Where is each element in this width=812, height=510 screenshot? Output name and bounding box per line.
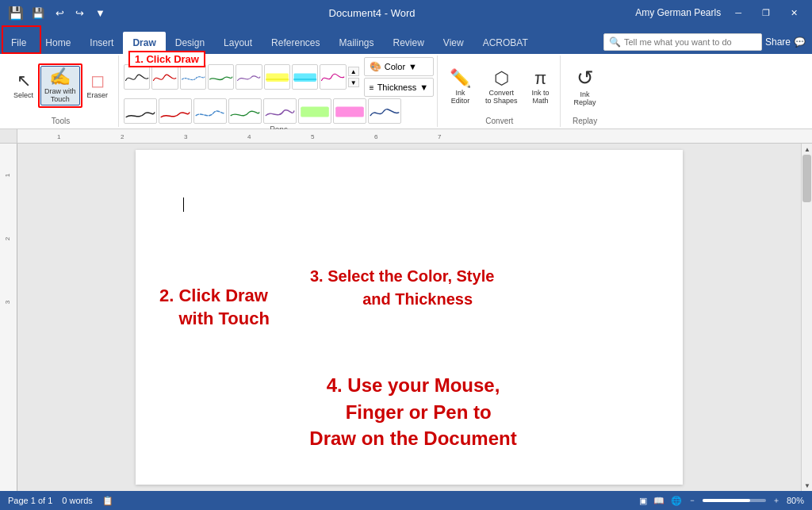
qat-undo[interactable]: ↩	[52, 6, 67, 21]
ink-replay-button[interactable]: ↺ InkReplay	[567, 63, 603, 109]
pen2-blue-dash[interactable]	[193, 98, 227, 124]
web-layout-btn[interactable]: 🌐	[671, 496, 682, 506]
status-right: ▣ 📖 🌐 － ＋ 80%	[639, 495, 804, 506]
zoom-out-btn[interactable]: －	[688, 495, 696, 506]
draw-touch-button[interactable]: ✍ Draw withTouch	[40, 66, 80, 105]
scrollbar-right: ▲ ▼	[801, 144, 812, 491]
read-mode-btn[interactable]: 📖	[653, 496, 665, 506]
vertical-ruler: 1 2 3	[0, 144, 17, 491]
eraser-button[interactable]: ◻ Eraser	[83, 70, 113, 102]
ink-math-button[interactable]: π Ink toMath	[527, 65, 555, 108]
tab-design[interactable]: Design	[166, 32, 214, 54]
ruler-container: 1 2 3 4 5 6 7	[0, 129, 812, 144]
horizontal-ruler: 1 2 3 4 5 6 7	[17, 129, 812, 144]
ink-editor-button[interactable]: ✏️ InkEditor	[444, 65, 477, 108]
highlighter-cyan[interactable]	[292, 64, 318, 90]
svg-rect-1	[294, 74, 316, 82]
search-box[interactable]: 🔍	[603, 33, 762, 51]
tools-group: ↖ Select ✍ Draw withTouch ◻ Eraser Tools	[3, 56, 119, 127]
pen-scroll-down[interactable]: ▼	[348, 78, 359, 87]
color-chevron: ▼	[408, 62, 417, 71]
replay-group: ↺ InkReplay Replay	[562, 56, 608, 127]
zoom-level: 80%	[787, 496, 804, 505]
corner-ruler	[0, 129, 17, 144]
tab-home[interactable]: Home	[36, 32, 80, 54]
pen-red-wavy[interactable]	[151, 64, 178, 90]
convert-group-label: Convert	[444, 115, 555, 125]
tab-acrobat[interactable]: ACROBAT	[473, 32, 538, 54]
pen2-highlighter-green[interactable]	[298, 98, 331, 124]
pen2-black[interactable]	[124, 98, 157, 124]
title-bar-left: 💾 💾 ↩ ↪ ▼	[8, 6, 109, 21]
zoom-slider[interactable]	[703, 499, 766, 502]
search-input[interactable]	[624, 37, 751, 47]
title-bar-right: Amy German Pearls ─ ❐ ✕	[635, 5, 804, 21]
svg-text:5: 5	[311, 133, 315, 140]
window-title: Document4 - Word	[329, 7, 416, 19]
svg-text:4: 4	[247, 133, 251, 140]
zoom-in-btn[interactable]: ＋	[772, 495, 780, 506]
close-button[interactable]: ✕	[784, 5, 804, 21]
pen2-red[interactable]	[159, 98, 192, 124]
word-icon: 💾	[8, 6, 24, 21]
thickness-button[interactable]: ≡ Thickness ▼	[364, 78, 434, 97]
scroll-down-button[interactable]: ▼	[802, 480, 812, 491]
tab-mailings[interactable]: Mailings	[329, 32, 383, 54]
title-bar: 💾 💾 ↩ ↪ ▼ Document4 - Word Amy German Pe…	[0, 0, 812, 25]
svg-text:1: 1	[57, 133, 61, 140]
step2-annotation: 2. Click Draw with Touch	[159, 285, 270, 330]
thickness-icon: ≡	[370, 83, 374, 92]
scroll-up-button[interactable]: ▲	[802, 144, 812, 155]
tab-file[interactable]: File	[2, 32, 36, 54]
comments-button[interactable]: 💬	[794, 36, 806, 48]
pens-group: ▲ ▼ 🎨 Color ▼ ≡ Thickness ▼	[121, 56, 438, 127]
replay-icon: ↺	[576, 66, 594, 90]
scroll-thumb-area	[802, 155, 812, 480]
svg-text:7: 7	[438, 133, 442, 140]
restore-button[interactable]: ❐	[756, 5, 776, 21]
tab-review[interactable]: Review	[384, 32, 434, 54]
tools-group-label: Tools	[10, 115, 112, 125]
highlighter-yellow[interactable]	[264, 64, 290, 90]
svg-text:3: 3	[4, 300, 11, 304]
tab-insert[interactable]: Insert	[80, 32, 123, 54]
share-label: Share	[765, 36, 791, 48]
tab-layout[interactable]: Layout	[214, 32, 262, 54]
pen-green-wavy[interactable]	[208, 64, 234, 90]
pen2-purple[interactable]	[263, 98, 297, 124]
pen2-highlighter-magenta[interactable]	[333, 98, 366, 124]
pen-pink[interactable]	[320, 64, 346, 90]
ribbon-tab-right: 🔍 Share 💬	[603, 33, 812, 54]
ribbon-tab-bar: File Home Insert Draw Design Layout Refe…	[0, 25, 812, 54]
convert-shapes-button[interactable]: ⬡ Convertto Shapes	[480, 65, 523, 108]
ink-math-icon: π	[534, 68, 546, 89]
print-layout-btn[interactable]: ▣	[639, 496, 647, 506]
convert-group: ✏️ InkEditor ⬡ Convertto Shapes π Ink to…	[439, 56, 561, 127]
qat-redo[interactable]: ↪	[72, 6, 87, 21]
text-cursor	[183, 197, 184, 212]
convert-content: ✏️ InkEditor ⬡ Convertto Shapes π Ink to…	[444, 57, 555, 115]
replay-group-label: Replay	[567, 115, 603, 125]
pens-options: 🎨 Color ▼ ≡ Thickness ▼	[364, 57, 434, 97]
page-info: Page 1 of 1	[8, 496, 52, 505]
tab-view[interactable]: View	[434, 32, 473, 54]
pen-blue-dashed[interactable]	[180, 64, 206, 90]
pen2-dark[interactable]	[368, 98, 401, 124]
pen-black-wavy[interactable]	[124, 64, 150, 90]
color-button[interactable]: 🎨 Color ▼	[364, 57, 434, 76]
pens-bottom-row	[124, 98, 434, 124]
share-button[interactable]: Share	[765, 36, 791, 48]
tab-draw[interactable]: Draw	[123, 32, 165, 54]
tab-references[interactable]: References	[262, 32, 329, 54]
qat-customize[interactable]: ▼	[92, 6, 109, 21]
svg-text:2: 2	[4, 236, 11, 240]
pen2-green[interactable]	[228, 98, 262, 124]
pens-top-row: ▲ ▼ 🎨 Color ▼ ≡ Thickness ▼	[124, 57, 434, 97]
ribbon-content: 1. Click Draw ↖ Select ✍ Draw withTouch …	[0, 54, 812, 129]
pen-purple-wavy[interactable]	[236, 64, 262, 90]
svg-text:1: 1	[4, 173, 11, 177]
select-tool-button[interactable]: ↖ Select	[10, 70, 37, 102]
pen-scroll-up[interactable]: ▲	[348, 67, 359, 76]
minimize-button[interactable]: ─	[729, 5, 748, 21]
qat-save[interactable]: 💾	[29, 6, 48, 21]
